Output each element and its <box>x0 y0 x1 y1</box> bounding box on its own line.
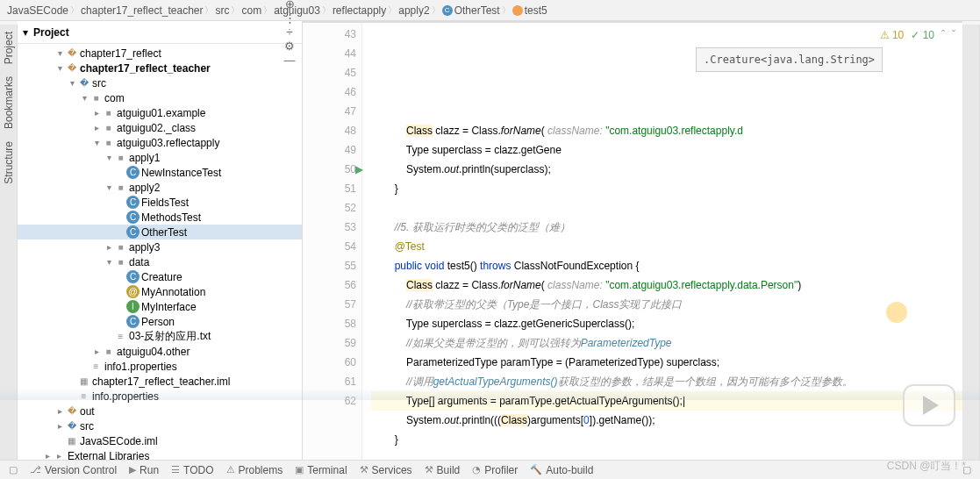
code-line[interactable]: System.out.println(((Class)arguments[0])… <box>371 411 962 430</box>
toolwindow-square-icon[interactable]: ▢ <box>9 464 18 475</box>
tree-arrow[interactable]: ▸ <box>42 451 53 460</box>
tree-item-out[interactable]: ▸ � out <box>18 404 302 418</box>
code-line[interactable]: ParameterizedType paramType = (Parameter… <box>371 353 962 372</box>
tree-arrow[interactable]: ▾ <box>54 63 65 73</box>
line-number[interactable]: 44 <box>303 44 356 63</box>
tree-arrow[interactable]: ▸ <box>54 406 65 416</box>
tree-item-othertest[interactable]: C OtherTest <box>18 225 302 240</box>
toolwindow-tab-structure[interactable]: Structure <box>3 138 15 188</box>
tree-item-apply2[interactable]: ▾ ■ apply2 <box>18 180 302 195</box>
project-header-action[interactable]: ⊕ <box>283 0 297 11</box>
tree-item-myinterface[interactable]: I MyInterface <box>18 299 302 314</box>
tree-item-newinstancetest[interactable]: C NewInstanceTest <box>18 165 302 180</box>
inspection-badges[interactable]: ⚠ 10 ✓ 10 ˆ ˇ <box>880 25 955 45</box>
tree-arrow[interactable]: ▸ <box>54 421 65 431</box>
breadcrumb-item[interactable]: com <box>241 4 261 17</box>
line-number[interactable]: 46 <box>303 82 356 102</box>
tree-arrow[interactable]: ▸ <box>91 347 102 356</box>
toolwindow-arrow-icon[interactable]: ▾ <box>23 26 28 39</box>
toolwindow-tab-project[interactable]: Project <box>3 28 15 68</box>
tree-arrow[interactable]: ▾ <box>67 78 77 88</box>
line-number[interactable]: 43 <box>303 25 356 44</box>
tree-item-chapter17_reflect_teacher-iml[interactable]: ▦ chapter17_reflect_teacher.iml <box>18 374 302 389</box>
code-line[interactable]: Class clazz = Class.forName( className: … <box>371 121 962 140</box>
project-header-action[interactable]: ⋮ <box>283 11 297 25</box>
weak-warning-badge[interactable]: ✓ 10 <box>911 25 934 45</box>
tree-arrow[interactable]: ▸ <box>91 123 102 132</box>
line-number[interactable]: 53 <box>303 218 356 237</box>
tree-item-external-libraries[interactable]: ▸ ▸ External Libraries <box>18 448 302 460</box>
bottom-tab-terminal[interactable]: ▣Terminal <box>295 464 347 476</box>
chevron-up-icon[interactable]: ˆ <box>941 25 945 45</box>
tree-item-apply3[interactable]: ▸ ■ apply3 <box>18 240 302 254</box>
tree-item-info1-properties[interactable]: ≡ info1.properties <box>18 359 302 374</box>
tree-item-methodstest[interactable]: C MethodsTest <box>18 210 302 225</box>
code-line[interactable]: //获取带泛型的父类（Type是一个接口，Class实现了此接口 <box>371 295 962 314</box>
code-line[interactable]: System.out.println(superclass); <box>371 160 962 179</box>
line-number[interactable]: 60 <box>303 353 356 372</box>
bottom-tab-todo[interactable]: ☰TODO <box>171 464 213 476</box>
tree-item-person[interactable]: C Person <box>18 314 302 329</box>
breadcrumb-item[interactable]: reflectapply <box>333 4 386 17</box>
tree-item-apply1[interactable]: ▾ ■ apply1 <box>18 150 302 165</box>
tree-item-chapter17_reflect_teacher[interactable]: ▾ � chapter17_reflect_teacher <box>18 61 302 75</box>
line-number[interactable]: 56 <box>303 275 356 295</box>
bottom-tab-auto-build[interactable]: 🔨Auto-build <box>530 464 593 476</box>
line-number[interactable]: 52 <box>303 198 356 218</box>
bottom-tab-version-control[interactable]: ⎇Version Control <box>30 464 117 476</box>
line-number[interactable]: 57 <box>303 295 356 314</box>
bottom-tab-problems[interactable]: ⚠Problems <box>226 464 283 476</box>
tree-item-atguigu03-reflectapply[interactable]: ▾ ■ atguigu03.reflectapply <box>18 135 302 150</box>
toolwindow-tab-bookmarks[interactable]: Bookmarks <box>3 73 15 132</box>
tree-arrow[interactable]: ▸ <box>91 108 102 118</box>
tree-item-atguigu01-example[interactable]: ▸ ■ atguigu01.example <box>18 105 302 120</box>
line-number[interactable]: 51 <box>303 179 356 198</box>
chevron-down-icon[interactable]: ˇ <box>952 25 955 45</box>
line-number[interactable]: 47 <box>303 102 356 121</box>
code-line[interactable]: } <box>371 430 962 449</box>
code-line[interactable]: @Test <box>371 237 962 256</box>
tree-item-javasecode-iml[interactable]: ▦ JavaSECode.iml <box>18 433 302 448</box>
tree-item-atguigu04-other[interactable]: ▸ ■ atguigu04.other <box>18 344 302 359</box>
code-line[interactable]: Type superclass = clazz.getGene <box>371 140 962 160</box>
tree-item-src[interactable]: ▸ � src <box>18 418 302 433</box>
breadcrumb-item[interactable]: src <box>215 4 229 17</box>
code-line[interactable]: public void test5() throws ClassNotFound… <box>371 256 962 275</box>
breadcrumb-item[interactable]: JavaSECode <box>7 4 68 17</box>
code-line[interactable]: //如果父类是带泛型的，则可以强转为ParameterizedType <box>371 333 962 353</box>
code-line[interactable]: //5. 获取运行时类的父类的泛型（难） <box>371 218 962 237</box>
tree-item-creature[interactable]: C Creature <box>18 269 302 284</box>
breadcrumb-item[interactable]: chapter17_reflect_teacher <box>81 4 203 17</box>
bottom-tab-build[interactable]: ⚒Build <box>425 464 461 476</box>
bottom-tab-profiler[interactable]: ◔Profiler <box>472 464 518 476</box>
breadcrumb-item[interactable]: atguigu03 <box>274 4 320 17</box>
code-line[interactable] <box>371 198 962 218</box>
breadcrumb-item[interactable]: test5 <box>512 4 547 17</box>
tree-item-com[interactable]: ▾ ■ com <box>18 90 302 105</box>
line-number[interactable]: 50 <box>303 160 356 179</box>
tree-item-fieldstest[interactable]: C FieldsTest <box>18 195 302 210</box>
code-line[interactable]: Class clazz = Class.forName( className: … <box>371 275 962 295</box>
tree-item-03-------txt[interactable]: ≡ 03-反射的应用.txt <box>18 329 302 344</box>
line-number[interactable]: 48 <box>303 121 356 140</box>
warning-badge[interactable]: ⚠ 10 <box>880 25 905 45</box>
line-number[interactable]: 59 <box>303 333 356 353</box>
bottom-tab-run[interactable]: ▶Run <box>129 464 159 476</box>
code-line[interactable]: } <box>371 179 962 198</box>
tree-arrow[interactable]: ▾ <box>79 93 89 103</box>
breadcrumb-item[interactable]: C OtherTest <box>442 4 500 17</box>
tree-item-myannotation[interactable]: @ MyAnnotation <box>18 284 302 299</box>
tree-item-data[interactable]: ▾ ■ data <box>18 254 302 269</box>
line-number[interactable]: 55 <box>303 256 356 275</box>
project-header-action[interactable]: ÷ <box>283 25 297 39</box>
code[interactable]: ⚠ 10 ✓ 10 ˆ ˇ Class clazz = Class.forNam… <box>362 23 962 479</box>
tree-arrow[interactable]: ▾ <box>104 182 114 192</box>
tree-arrow[interactable]: ▸ <box>104 242 114 252</box>
tree-arrow[interactable]: ▾ <box>104 153 114 162</box>
editor-area[interactable]: 4344454647484950515253545556575859606162… <box>303 23 962 479</box>
tree-arrow[interactable]: ▾ <box>54 48 65 58</box>
code-line[interactable]: Type superclass = clazz.getGenericSuperc… <box>371 314 962 333</box>
tree-arrow[interactable]: ▾ <box>104 257 114 267</box>
line-number[interactable]: 45 <box>303 63 356 82</box>
line-number[interactable]: 54 <box>303 237 356 256</box>
